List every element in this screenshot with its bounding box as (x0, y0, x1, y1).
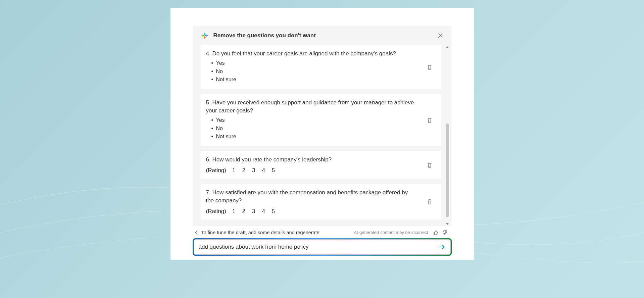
rating-label: (Rating) (206, 208, 226, 214)
close-button[interactable] (436, 31, 445, 40)
rating-value: 2 (242, 167, 245, 173)
trash-icon (427, 117, 432, 123)
rating-row: (Rating)12345 (206, 167, 417, 174)
thumbs-up-icon (433, 230, 439, 235)
trash-icon (427, 64, 432, 70)
scroll-track[interactable] (446, 50, 449, 221)
chevron-left-icon (195, 230, 198, 235)
close-icon (438, 33, 443, 38)
scrollbar[interactable] (444, 45, 450, 226)
option-item: Yes (211, 59, 417, 67)
back-button[interactable] (193, 230, 199, 236)
scroll-down-arrow[interactable] (445, 221, 450, 226)
delete-question-button[interactable] (425, 62, 434, 71)
copilot-card: Remove the questions you don't want 4. D… (193, 26, 452, 226)
send-button[interactable] (436, 242, 447, 252)
rating-value: 1 (232, 208, 235, 214)
rating-value: 5 (272, 208, 275, 214)
rating-value: 3 (252, 167, 255, 173)
rating-value: 3 (252, 208, 255, 214)
trash-icon (427, 199, 432, 204)
rating-row: (Rating)12345 (206, 208, 417, 215)
thumbs-down-icon (442, 230, 447, 235)
rating-value: 5 (272, 167, 275, 173)
question-block: 7. How satisfied are you with the compen… (201, 184, 441, 219)
prompt-input-wrap (193, 238, 452, 256)
delete-question-button[interactable] (425, 197, 434, 206)
question-text: 5. Have you received enough support and … (206, 99, 417, 115)
question-text: 4. Do you feel that your career goals ar… (206, 50, 417, 58)
rating-label: (Rating) (206, 167, 226, 173)
rating-value: 2 (242, 208, 245, 214)
rating-value: 4 (262, 208, 265, 214)
question-options: YesNoNot sure (206, 59, 417, 84)
rating-value: 1 (232, 167, 235, 173)
questions-list: 4. Do you feel that your career goals ar… (193, 45, 452, 226)
thumbs-up-button[interactable] (432, 229, 440, 236)
copilot-icon (201, 32, 209, 40)
delete-question-button[interactable] (425, 115, 434, 125)
question-options: YesNoNot sure (206, 116, 417, 141)
question-text: 7. How satisfied are you with the compen… (206, 189, 417, 205)
trash-icon (427, 162, 432, 168)
option-item: No (211, 67, 417, 76)
hint-row: To fine tune the draft, add some details… (193, 226, 452, 236)
rating-value: 4 (262, 167, 265, 173)
scroll-thumb[interactable] (446, 123, 449, 217)
delete-question-button[interactable] (425, 160, 434, 169)
question-block: 4. Do you feel that your career goals ar… (201, 45, 441, 89)
question-block: 6. How would you rate the company's lead… (201, 151, 441, 179)
arrow-right-icon (438, 244, 445, 250)
question-block: 5. Have you received enough support and … (201, 94, 441, 146)
prompt-input[interactable] (195, 240, 436, 254)
card-title: Remove the questions you don't want (213, 32, 316, 39)
ai-disclaimer: AI-generated content may be incorrect (354, 230, 428, 235)
option-item: Not sure (211, 133, 417, 141)
option-item: Not sure (211, 76, 417, 84)
option-item: No (211, 125, 417, 133)
question-text: 6. How would you rate the company's lead… (206, 156, 417, 164)
main-panel: Remove the questions you don't want 4. D… (170, 8, 474, 260)
scroll-up-arrow[interactable] (445, 45, 450, 50)
hint-text: To fine tune the draft, add some details… (201, 230, 319, 235)
option-item: Yes (211, 116, 417, 125)
card-header: Remove the questions you don't want (193, 26, 452, 45)
thumbs-down-button[interactable] (441, 229, 448, 236)
